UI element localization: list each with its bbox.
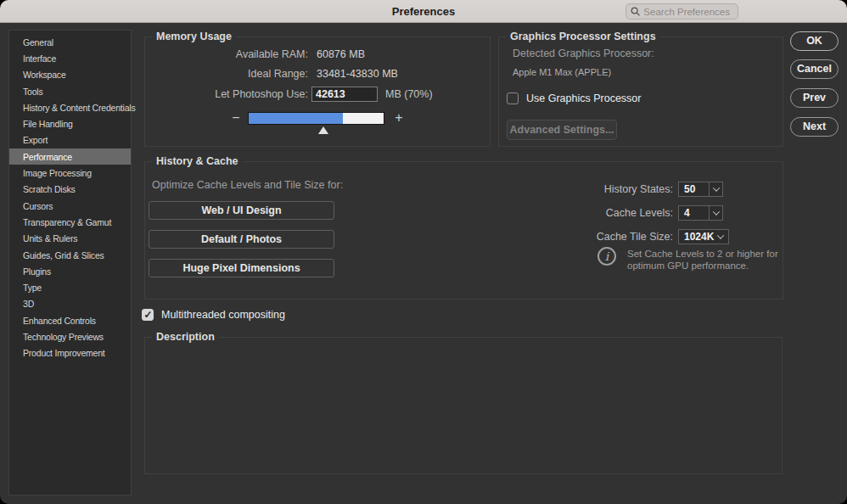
search-input[interactable] bbox=[643, 7, 733, 17]
history-states-value[interactable]: 50 bbox=[678, 182, 710, 197]
advanced-settings-button[interactable]: Advanced Settings... bbox=[507, 120, 617, 140]
history-cache-title: History & Cache bbox=[152, 155, 243, 167]
history-states-stepper[interactable]: 50 bbox=[678, 182, 723, 197]
sidebar-item-product-improvement[interactable]: Product Improvement bbox=[9, 345, 131, 361]
multithreaded-compositing-checkbox[interactable] bbox=[142, 309, 154, 321]
sidebar-item-enhanced-controls[interactable]: Enhanced Controls bbox=[9, 312, 131, 328]
search-field[interactable] bbox=[625, 3, 738, 20]
title-bar: Preferences bbox=[0, 0, 847, 23]
detected-gpu-value: Apple M1 Max (APPLE) bbox=[513, 67, 611, 77]
cache-levels-label: Cache Levels: bbox=[485, 207, 673, 219]
sidebar-item-cursors[interactable]: Cursors bbox=[9, 198, 131, 214]
slider-plus-button[interactable]: + bbox=[393, 110, 405, 126]
sidebar-item-file-handling[interactable]: File Handling bbox=[9, 115, 131, 132]
search-icon bbox=[631, 6, 640, 17]
ram-slider-thumb[interactable] bbox=[318, 126, 328, 134]
cache-tile-size-row: Cache Tile Size: 1024K bbox=[485, 229, 729, 244]
preset-web-ui-design-button[interactable]: Web / UI Design bbox=[149, 201, 334, 220]
memory-usage-title: Memory Usage bbox=[152, 31, 236, 42]
info-text-line2: optimum GPU performance. bbox=[627, 260, 749, 271]
ram-percent-suffix: MB (70%) bbox=[385, 88, 433, 100]
cache-levels-value[interactable]: 4 bbox=[678, 205, 710, 221]
use-gpu-label: Use Graphics Processor bbox=[526, 92, 641, 104]
prev-button[interactable]: Prev bbox=[790, 88, 839, 108]
preset-huge-pixel-dimensions-button[interactable]: Huge Pixel Dimensions bbox=[149, 259, 334, 277]
ram-slider-track[interactable] bbox=[248, 112, 384, 125]
sidebar-item-history-content-credentials[interactable]: History & Content Credentials bbox=[9, 99, 131, 115]
cache-levels-dropdown-button[interactable] bbox=[710, 205, 723, 221]
multithreaded-compositing-row: Multithreaded compositing bbox=[142, 309, 285, 321]
ram-amount-input[interactable] bbox=[311, 87, 378, 102]
chevron-down-icon bbox=[712, 184, 719, 191]
sidebar-item-workspace[interactable]: Workspace bbox=[9, 67, 131, 83]
let-photoshop-use-row: Let Photoshop Use: MB (70%) bbox=[145, 87, 433, 102]
chevron-down-icon bbox=[712, 208, 719, 215]
history-states-row: History States: 50 bbox=[485, 182, 723, 197]
use-gpu-row: Use Graphics Processor bbox=[507, 92, 641, 104]
sidebar-item-image-processing[interactable]: Image Processing bbox=[9, 165, 131, 181]
cache-tile-size-select[interactable]: 1024K bbox=[678, 229, 729, 244]
cache-levels-stepper[interactable]: 4 bbox=[678, 205, 723, 221]
cache-tile-size-label: Cache Tile Size: bbox=[485, 231, 673, 243]
preset-default-photos-button[interactable]: Default / Photos bbox=[149, 230, 334, 249]
info-icon: i bbox=[597, 247, 616, 266]
use-gpu-checkbox[interactable] bbox=[507, 92, 519, 104]
cache-tile-size-value: 1024K bbox=[684, 231, 714, 243]
info-text-line1: Set Cache Levels to 2 or higher for bbox=[627, 249, 778, 259]
graphics-processor-title: Graphics Processor Settings bbox=[506, 31, 660, 42]
preferences-sidebar: General Interface Workspace Tools Histor… bbox=[8, 30, 132, 496]
ideal-range-value: 33481-43830 MB bbox=[317, 68, 398, 80]
cancel-button[interactable]: Cancel bbox=[790, 59, 839, 79]
detected-gpu-label: Detected Graphics Processor: bbox=[513, 48, 654, 59]
description-group: Description bbox=[144, 337, 782, 474]
sidebar-item-transparency-gamut[interactable]: Transparency & Gamut bbox=[9, 214, 131, 230]
ram-slider: − + bbox=[230, 109, 485, 138]
available-ram-row: Available RAM: 60876 MB bbox=[145, 48, 365, 60]
ram-slider-fill bbox=[249, 113, 343, 124]
ok-button[interactable]: OK bbox=[790, 31, 839, 51]
memory-usage-group: Memory Usage Available RAM: 60876 MB Ide… bbox=[144, 36, 491, 147]
next-button[interactable]: Next bbox=[790, 117, 839, 137]
sidebar-item-units-rulers[interactable]: Units & Rulers bbox=[9, 231, 131, 247]
preferences-dialog: Preferences General Interface Workspace … bbox=[0, 0, 847, 504]
description-title: Description bbox=[152, 331, 219, 343]
history-states-label: History States: bbox=[485, 183, 673, 195]
slider-minus-button[interactable]: − bbox=[230, 110, 242, 126]
ideal-range-label: Ideal Range: bbox=[145, 68, 308, 80]
sidebar-item-3d[interactable]: 3D bbox=[9, 296, 131, 312]
sidebar-item-performance[interactable]: Performance bbox=[9, 148, 131, 165]
gpu-performance-note: i Set Cache Levels to 2 or higher for op… bbox=[597, 247, 778, 272]
sidebar-item-general[interactable]: General bbox=[9, 34, 131, 50]
cache-levels-row: Cache Levels: 4 bbox=[485, 205, 723, 221]
sidebar-item-technology-previews[interactable]: Technology Previews bbox=[9, 328, 131, 344]
ideal-range-row: Ideal Range: 33481-43830 MB bbox=[145, 68, 398, 80]
history-cache-group: History & Cache Optimize Cache Levels an… bbox=[144, 161, 783, 300]
sidebar-item-interface[interactable]: Interface bbox=[9, 50, 131, 66]
sidebar-item-type[interactable]: Type bbox=[9, 279, 131, 295]
chevron-down-icon bbox=[717, 232, 724, 238]
optimize-cache-label: Optimize Cache Levels and Tile Size for: bbox=[152, 179, 343, 191]
available-ram-value: 60876 MB bbox=[317, 48, 365, 60]
sidebar-item-scratch-disks[interactable]: Scratch Disks bbox=[9, 182, 131, 198]
multithreaded-compositing-label: Multithreaded compositing bbox=[161, 309, 285, 321]
sidebar-item-export[interactable]: Export bbox=[9, 132, 131, 148]
let-photoshop-use-label: Let Photoshop Use: bbox=[145, 88, 308, 100]
graphics-processor-group: Graphics Processor Settings Detected Gra… bbox=[498, 36, 783, 147]
history-states-dropdown-button[interactable] bbox=[710, 182, 723, 197]
sidebar-item-plugins[interactable]: Plugins bbox=[9, 263, 131, 279]
available-ram-label: Available RAM: bbox=[145, 48, 308, 60]
sidebar-item-tools[interactable]: Tools bbox=[9, 83, 131, 99]
sidebar-item-guides-grid-slices[interactable]: Guides, Grid & Slices bbox=[9, 247, 131, 263]
